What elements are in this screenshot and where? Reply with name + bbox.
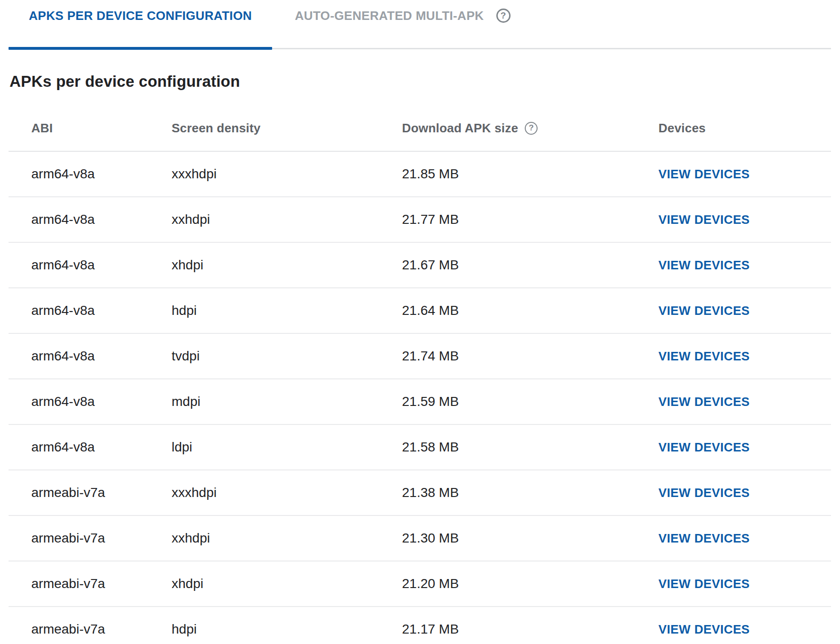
screen-density-cell: hdpi [172,622,197,637]
table-row: arm64-v8a xxhdpi 21.77 MB VIEW DEVICES [9,197,831,243]
tab-label: APKS PER DEVICE CONFIGURATION [29,9,252,23]
apk-size-cell: 21.77 MB [402,212,459,227]
table-row: arm64-v8a mdpi 21.59 MB VIEW DEVICES [9,379,831,425]
table-row: armeabi-v7a xhdpi 21.20 MB VIEW DEVICES [9,561,831,607]
screen-density-cell: xxxhdpi [172,485,217,500]
view-devices-link[interactable]: VIEW DEVICES [658,349,750,364]
table-row: armeabi-v7a xxhdpi 21.30 MB VIEW DEVICES [9,516,831,561]
screen-density-cell: xxhdpi [172,212,210,227]
abi-cell: arm64-v8a [31,212,95,227]
active-tab-underline [9,47,272,50]
abi-cell: armeabi-v7a [31,531,105,546]
screen-density-cell: xxhdpi [172,531,210,546]
table-row: arm64-v8a hdpi 21.64 MB VIEW DEVICES [9,288,831,334]
abi-cell: armeabi-v7a [31,485,105,500]
screen-density-cell: xhdpi [172,576,203,591]
abi-cell: armeabi-v7a [31,622,105,637]
help-icon[interactable]: ? [496,9,511,23]
abi-cell: arm64-v8a [31,303,95,318]
view-devices-link[interactable]: VIEW DEVICES [658,622,750,637]
screen-density-cell: hdpi [172,303,197,318]
abi-cell: arm64-v8a [31,258,95,273]
tab-label: AUTO-GENERATED MULTI-APK [295,9,484,23]
column-header-devices: Devices [658,120,706,137]
apk-size-cell: 21.67 MB [402,258,459,273]
table-row: arm64-v8a ldpi 21.58 MB VIEW DEVICES [9,425,831,470]
abi-cell: arm64-v8a [31,394,95,409]
table-row: armeabi-v7a xxxhdpi 21.38 MB VIEW DEVICE… [9,470,831,516]
view-devices-link[interactable]: VIEW DEVICES [658,258,750,273]
apk-size-cell: 21.59 MB [402,394,459,409]
screen-density-cell: tvdpi [172,349,200,364]
page-title: APKs per device configuration [9,72,240,92]
apk-table-body: arm64-v8a xxxhdpi 21.85 MB VIEW DEVICES … [9,152,831,644]
apk-size-cell: 21.30 MB [402,531,459,546]
screen-density-cell: ldpi [172,440,192,455]
view-devices-link[interactable]: VIEW DEVICES [658,486,750,500]
column-header-label: Download APK size [402,121,518,136]
screen-density-cell: xhdpi [172,258,203,273]
apk-size-cell: 21.38 MB [402,485,459,500]
view-devices-link[interactable]: VIEW DEVICES [658,167,750,182]
column-header-download-apk-size: Download APK size ? [402,120,538,137]
apk-size-cell: 21.20 MB [402,576,459,591]
apk-size-cell: 21.17 MB [402,622,459,637]
tab-apks-per-device-configuration[interactable]: APKS PER DEVICE CONFIGURATION [9,0,272,31]
apk-configuration-page: APKS PER DEVICE CONFIGURATION AUTO-GENER… [0,0,840,644]
screen-density-cell: xxxhdpi [172,166,217,182]
view-devices-link[interactable]: VIEW DEVICES [658,395,750,409]
column-header-screen-density: Screen density [172,120,261,137]
abi-cell: armeabi-v7a [31,576,105,591]
tab-auto-generated-multi-apk[interactable]: AUTO-GENERATED MULTI-APK ? [295,0,511,31]
view-devices-link[interactable]: VIEW DEVICES [658,212,750,227]
table-row: arm64-v8a tvdpi 21.74 MB VIEW DEVICES [9,334,831,379]
table-row: arm64-v8a xxxhdpi 21.85 MB VIEW DEVICES [9,152,831,197]
apk-size-cell: 21.64 MB [402,303,459,318]
view-devices-link[interactable]: VIEW DEVICES [658,440,750,455]
column-header-abi: ABI [31,120,53,137]
apk-size-cell: 21.58 MB [402,440,459,455]
abi-cell: arm64-v8a [31,166,95,182]
abi-cell: arm64-v8a [31,349,95,364]
abi-cell: arm64-v8a [31,440,95,455]
table-row: arm64-v8a xhdpi 21.67 MB VIEW DEVICES [9,243,831,288]
apk-size-cell: 21.85 MB [402,166,459,182]
view-devices-link[interactable]: VIEW DEVICES [658,577,750,591]
apk-size-cell: 21.74 MB [402,349,459,364]
help-icon[interactable]: ? [525,122,538,135]
view-devices-link[interactable]: VIEW DEVICES [658,531,750,546]
table-row: armeabi-v7a hdpi 21.17 MB VIEW DEVICES [9,607,831,644]
screen-density-cell: mdpi [172,394,201,409]
view-devices-link[interactable]: VIEW DEVICES [658,304,750,318]
